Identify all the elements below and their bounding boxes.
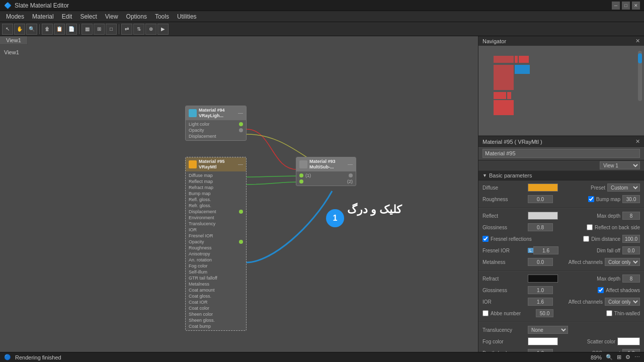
menu-tools[interactable]: Tools <box>151 12 173 21</box>
tool-box[interactable]: □ <box>106 24 117 35</box>
matpanel-close[interactable]: ✕ <box>635 138 640 145</box>
tool-arrange[interactable]: ⇅ <box>133 24 144 35</box>
tool-move[interactable]: ✋ <box>14 24 25 35</box>
maxdepth-input[interactable] <box>622 212 640 220</box>
mat-name-input[interactable] <box>482 149 640 158</box>
section-basic[interactable]: ▼ Basic parameters <box>478 171 644 180</box>
l-badge[interactable]: L <box>528 248 533 253</box>
menu-options[interactable]: Options <box>122 12 151 21</box>
scatter-swatch[interactable] <box>617 337 640 345</box>
zoom-icon[interactable]: 🔍 <box>606 354 613 360</box>
more-icon[interactable]: ⋯ <box>634 354 640 360</box>
abbe-input[interactable] <box>536 309 553 317</box>
bumpmap-check[interactable] <box>588 196 594 202</box>
tool-grid[interactable]: ⊞ <box>94 24 105 35</box>
port-opacity[interactable] <box>239 128 243 132</box>
view1-tab[interactable]: View1 <box>0 36 28 45</box>
node-93-menu[interactable]: — <box>348 161 353 167</box>
affect-shadows-check[interactable] <box>598 287 604 293</box>
reflect-section: Reflect Max depth Glossiness Reflect on … <box>478 208 644 271</box>
port-1[interactable] <box>299 173 303 177</box>
node-93[interactable]: Material #93MultiSub-... — (1) (2) <box>296 157 356 186</box>
minimize-button[interactable]: ─ <box>612 2 620 10</box>
backside-check[interactable] <box>587 224 593 230</box>
navigator-close[interactable]: ✕ <box>635 38 640 44</box>
status-icon: 🔵 <box>4 354 11 360</box>
menu-select[interactable]: Select <box>76 12 101 21</box>
tool-expand[interactable]: ⊕ <box>145 24 156 35</box>
node-row: Opacity <box>186 127 246 133</box>
metalness-input[interactable] <box>528 258 553 266</box>
node-93-body: (1) (2) <box>296 171 356 186</box>
view-dropdown[interactable]: View 1 <box>600 161 640 169</box>
tool-select[interactable]: ↖ <box>2 24 13 35</box>
menu-view[interactable]: View <box>101 12 122 21</box>
menu-modes[interactable]: Modes <box>2 12 28 21</box>
fit-icon[interactable]: ⊞ <box>617 354 621 360</box>
node-94-menu[interactable]: — <box>238 110 243 116</box>
node-row: Reflect map <box>186 178 246 185</box>
port-lightcolor[interactable] <box>239 122 243 126</box>
node-94[interactable]: Material #94VRayLigh... — Light color Op… <box>185 106 247 141</box>
tool-layout[interactable]: ▦ <box>82 24 93 35</box>
roughness-row: Roughness Bump map <box>482 194 640 204</box>
tool-delete[interactable]: 🗑 <box>42 24 53 35</box>
fresnelior-input[interactable] <box>533 246 558 254</box>
maximize-button[interactable]: □ <box>622 2 630 10</box>
depth-row: Depth (cm) SSS amount <box>482 348 640 352</box>
dimfalloff-input[interactable] <box>622 246 640 254</box>
tool-paste[interactable]: 📄 <box>66 24 77 35</box>
dimdist-input[interactable] <box>622 235 640 243</box>
node-row: Translucency <box>186 221 246 227</box>
fresnel-check[interactable] <box>482 236 489 242</box>
metalness-label: Metalness <box>482 259 528 265</box>
fogcolor-row: Fog color Scatter color <box>482 336 640 346</box>
dimfalloff-label: Dim fall off <box>597 248 620 253</box>
refract-maxdepth-input[interactable] <box>622 275 640 283</box>
navigator: Navigator ✕ <box>478 36 644 137</box>
viewport[interactable]: View1 View1 Material #94VRayLigh... — <box>0 36 478 352</box>
port-displacement[interactable] <box>239 210 243 214</box>
abbe-check[interactable] <box>482 310 489 316</box>
tool-connect[interactable]: ⇄ <box>121 24 132 35</box>
preset-dropdown[interactable]: Custom <box>607 184 640 192</box>
refract-swatch[interactable] <box>528 275 558 283</box>
fogcolor-swatch[interactable] <box>528 337 558 345</box>
menu-material[interactable]: Material <box>28 12 58 21</box>
bumpmap-input[interactable] <box>622 195 640 203</box>
dimdist-check[interactable] <box>583 236 589 242</box>
translucency-dropdown[interactable]: None <box>528 326 568 334</box>
node-row: (2) <box>296 178 356 185</box>
port-2[interactable] <box>299 179 303 184</box>
nav-scrollbar[interactable] <box>638 51 642 101</box>
refract-affectch-dropdown[interactable]: Color only <box>605 298 640 306</box>
thinwalled-check[interactable] <box>606 310 612 316</box>
matpanel-title: Material #95 ( VRayMtl ) <box>482 139 542 145</box>
refract-section: Refract Max depth Glossiness Affect shad… <box>478 271 644 322</box>
tool-render[interactable]: ▶ <box>157 24 169 35</box>
node-95[interactable]: Material #95VRayMtl — Diffuse map Reflec… <box>185 157 247 331</box>
node-95-menu[interactable]: — <box>238 161 243 167</box>
statusbar: 🔵 Rendering finished 89% 🔍 ⊞ ⚙ ⋯ <box>0 352 644 362</box>
port-opacity2[interactable] <box>239 240 243 244</box>
navigator-canvas[interactable] <box>478 46 644 135</box>
node-94-header[interactable]: Material #94VRayLigh... — <box>186 106 246 120</box>
settings-icon[interactable]: ⚙ <box>625 354 630 360</box>
menu-edit[interactable]: Edit <box>58 12 76 21</box>
node-93-header[interactable]: Material #93MultiSub-... — <box>296 157 356 171</box>
tool-copy[interactable]: 📋 <box>54 24 65 35</box>
refract-ior-input[interactable] <box>528 298 553 306</box>
roughness-input[interactable] <box>528 195 553 203</box>
reflect-swatch[interactable] <box>528 212 558 220</box>
glossiness-input[interactable] <box>528 223 553 231</box>
diffuse-swatch[interactable] <box>528 184 558 192</box>
fresnel-row: Fresnel reflections Dim distance <box>482 234 640 244</box>
port-1-right[interactable] <box>349 173 353 177</box>
tool-zoom[interactable]: 🔍 <box>26 24 37 35</box>
refract-gloss-input[interactable] <box>528 286 553 294</box>
node-95-header[interactable]: Material #95VRayMtl — <box>186 157 246 171</box>
menu-utilities[interactable]: Utilities <box>173 12 201 21</box>
nav-scroll-thumb[interactable] <box>638 53 642 63</box>
affectch-dropdown[interactable]: Color only <box>605 258 640 266</box>
close-button[interactable]: ✕ <box>632 2 640 10</box>
